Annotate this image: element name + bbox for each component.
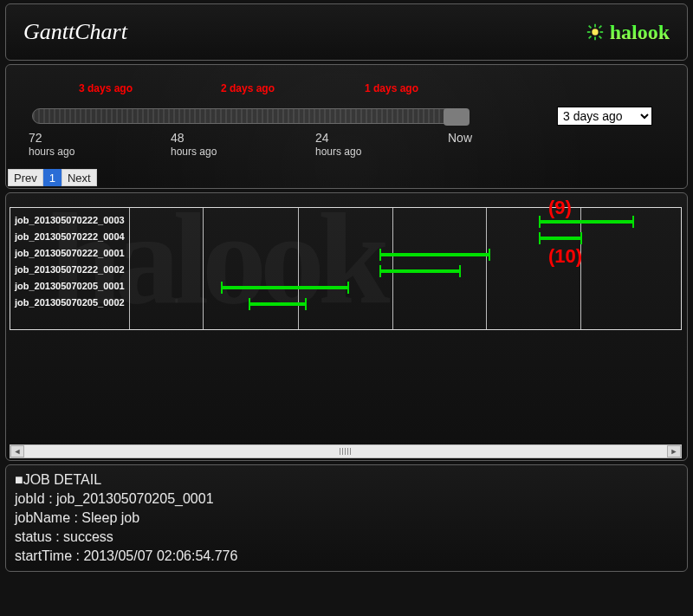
app-header: GanttChart halook — [5, 3, 688, 61]
time-slider-thumb[interactable] — [444, 108, 470, 126]
scroll-left-icon[interactable]: ◄ — [10, 445, 24, 457]
gantt-bar[interactable] — [221, 286, 349, 289]
gantt-bar[interactable] — [249, 302, 307, 306]
scroll-grip-icon[interactable] — [340, 448, 352, 455]
detail-jobid: jobId : job_201305070205_0001 — [15, 490, 678, 509]
tick-72h: 72hours ago — [29, 131, 98, 158]
gantt-bar[interactable] — [539, 220, 634, 224]
scroll-right-icon[interactable]: ► — [667, 445, 681, 457]
page-1[interactable]: 1 — [43, 169, 62, 186]
gantt-bar[interactable] — [379, 253, 490, 256]
svg-line-7 — [588, 36, 591, 39]
next-button[interactable]: Next — [62, 169, 97, 186]
svg-point-0 — [592, 29, 598, 35]
annotation-10: (10) — [548, 245, 582, 268]
tick-48h: 48hours ago — [171, 131, 240, 158]
job-label: job_201305070222_0001 — [15, 245, 125, 262]
svg-line-8 — [599, 26, 601, 29]
halook-logo-icon — [586, 23, 605, 42]
page-title: GanttChart — [23, 19, 127, 45]
detail-status: status : success — [15, 528, 678, 547]
range-label-1d: 1 days ago — [365, 82, 418, 94]
svg-line-6 — [599, 36, 601, 39]
brand: halook — [586, 21, 670, 44]
annotation-9: (9) — [548, 197, 572, 219]
range-label-2d: 2 days ago — [221, 82, 275, 94]
range-label-3d: 3 days ago — [79, 82, 133, 94]
job-label: job_201305070222_0004 — [15, 229, 125, 245]
job-detail-panel: ■JOB DETAIL jobId : job_201305070205_000… — [5, 464, 688, 572]
job-labels: job_201305070222_0003 job_201305070222_0… — [15, 212, 125, 311]
brand-name: halook — [610, 21, 670, 44]
range-dropdown[interactable]: 3 days ago — [557, 107, 652, 126]
pager: Prev 1 Next — [8, 169, 97, 186]
job-label: job_201305070222_0003 — [15, 212, 125, 229]
horizontal-scrollbar[interactable]: ◄ ► — [10, 444, 682, 458]
time-slider-track[interactable] — [32, 108, 469, 124]
tick-now: Now — [448, 131, 517, 145]
tick-24h: 24hours ago — [315, 131, 385, 158]
job-label: job_201305070205_0001 — [15, 278, 125, 295]
gantt-panel: halook job_201305070222_0003 job_2013050… — [5, 192, 688, 461]
detail-jobname: jobName : Sleep job — [15, 509, 678, 528]
job-label: job_201305070222_0002 — [15, 262, 125, 278]
time-range-panel: 3 days ago 2 days ago 1 days ago 3 days … — [5, 64, 688, 189]
job-label: job_201305070205_0002 — [15, 295, 125, 311]
prev-button[interactable]: Prev — [8, 169, 43, 186]
detail-start: startTime : 2013/05/07 02:06:54.776 — [15, 547, 678, 566]
svg-line-5 — [588, 26, 591, 29]
gantt-bar[interactable] — [379, 269, 461, 273]
gantt-bar[interactable] — [539, 237, 582, 240]
detail-heading: ■JOB DETAIL — [15, 470, 678, 490]
